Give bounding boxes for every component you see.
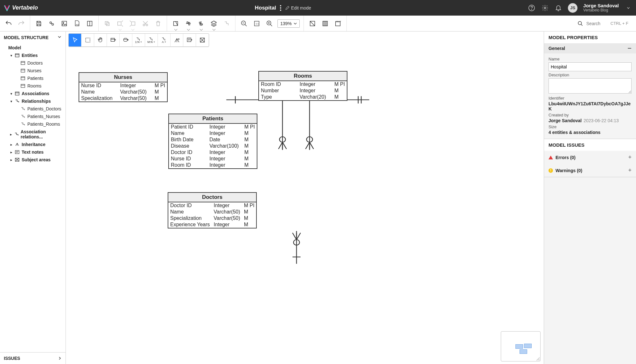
entity-attribute-row[interactable]: Nurse IDIntegerM: [169, 156, 257, 162]
cut-button[interactable]: [141, 19, 150, 28]
tool-add-entity[interactable]: [107, 34, 120, 46]
pdf-export-button[interactable]: PDF: [72, 19, 82, 28]
tree-entity-item[interactable]: Nurses: [0, 67, 66, 74]
tool-add-assoc-rel[interactable]: A +: [158, 34, 171, 46]
undo-button[interactable]: [4, 19, 13, 28]
tree-assoc-relations[interactable]: ▸Association relations...: [0, 128, 66, 141]
view-mode-2-button[interactable]: [320, 19, 330, 28]
image-export-button[interactable]: [59, 19, 69, 28]
user-menu-chevron[interactable]: [625, 4, 632, 12]
entity-attribute-row[interactable]: SpecializationVarchar(50)M: [79, 95, 167, 102]
tree-entities[interactable]: ▾Entities: [0, 52, 66, 59]
zoom-level-dropdown[interactable]: 139%: [277, 19, 300, 28]
sidebar-collapse-button[interactable]: [57, 35, 62, 40]
svg-rect-62: [123, 38, 127, 41]
entity-attribute-row[interactable]: NumberIntegerM: [259, 88, 347, 94]
zoom-in-button[interactable]: [265, 19, 274, 28]
align-h-button[interactable]: [184, 19, 193, 28]
zoom-100-button[interactable]: 1:1: [252, 19, 262, 28]
svg-line-40: [581, 24, 583, 26]
layers-button[interactable]: [209, 19, 219, 28]
tree-root-model[interactable]: Model: [0, 44, 66, 52]
entity-patients[interactable]: Patients Patient IDIntegerM PINameIntege…: [168, 114, 257, 169]
entity-attribute-row[interactable]: Birth DateDateM: [169, 136, 257, 143]
copy-button[interactable]: [102, 19, 112, 28]
tool-select[interactable]: [69, 34, 81, 46]
edit-mode-toggle[interactable]: Edit mode: [285, 5, 311, 10]
issues-warnings-row[interactable]: !Warnings (0) +: [544, 164, 636, 177]
gear-icon[interactable]: [541, 4, 549, 12]
save-button[interactable]: [34, 19, 44, 28]
props-size-value: 4 entities & associations: [549, 130, 632, 135]
entity-attribute-row[interactable]: Nurse IDIntegerM PI: [79, 82, 167, 89]
minimap-resize-handle[interactable]: [536, 357, 540, 360]
entity-doctors[interactable]: Doctors Doctor IDIntegerM PINameVarchar(…: [168, 192, 257, 228]
tool-add-1n-rel[interactable]: 1:N +: [132, 34, 145, 46]
fit-button[interactable]: [171, 19, 180, 28]
tree-associations[interactable]: ▾Associations: [0, 90, 66, 97]
delete-button[interactable]: [153, 19, 163, 28]
diagram-canvas[interactable]: 1:N + M:N + A +: [66, 32, 544, 364]
tree-relationships[interactable]: ▾Relationships: [0, 97, 66, 105]
tool-add-note[interactable]: [183, 34, 196, 46]
tool-add-mn-rel[interactable]: M:N +: [145, 34, 158, 46]
tree-entity-item[interactable]: Doctors: [0, 59, 66, 67]
props-name-input[interactable]: [549, 62, 632, 71]
svg-rect-12: [118, 22, 121, 25]
entity-attribute-row[interactable]: NameVarchar(50)M: [79, 89, 167, 95]
entity-attribute-row[interactable]: TypeVarchar(20)M: [259, 94, 347, 100]
zoom-level-value: 139%: [280, 21, 292, 26]
entity-attribute-row[interactable]: Patient IDIntegerM PI: [169, 124, 257, 130]
issues-errors-row[interactable]: Errors (0) +: [544, 151, 636, 164]
entity-attribute-row[interactable]: Experience YearsIntegerM: [168, 221, 256, 228]
tool-marquee[interactable]: [81, 34, 94, 46]
tool-add-inheritance[interactable]: [171, 34, 183, 46]
connector-button[interactable]: [222, 19, 231, 28]
model-title: Hospital: [255, 5, 276, 11]
view-mode-3-button[interactable]: [333, 19, 343, 28]
entity-nurses[interactable]: Nurses Nurse IDIntegerM PINameVarchar(50…: [79, 72, 168, 102]
tool-add-association[interactable]: [120, 34, 132, 46]
search-input[interactable]: [586, 21, 608, 26]
group-button[interactable]: [115, 19, 125, 28]
entity-attribute-row[interactable]: Doctor IDIntegerM: [169, 149, 257, 156]
tree-subject-areas[interactable]: ▸Subject areas: [0, 156, 66, 164]
zoom-out-button[interactable]: [239, 19, 249, 28]
entity-attribute-row[interactable]: DiseaseVarchar(100)M: [169, 143, 257, 149]
minimap[interactable]: [501, 331, 541, 361]
tree-inheritance[interactable]: ▸Inheritance: [0, 141, 66, 148]
tool-add-area[interactable]: [196, 34, 209, 46]
help-icon[interactable]: [528, 4, 535, 12]
share-button[interactable]: [47, 19, 56, 28]
tree-relationship-item[interactable]: Patients_Doctors: [0, 105, 66, 113]
props-general-toggle[interactable]: General −: [544, 43, 636, 53]
model-menu-button[interactable]: [280, 5, 281, 11]
expand-icon: +: [628, 167, 632, 174]
panel-toggle-button[interactable]: [85, 19, 94, 28]
tree-relationship-item[interactable]: Patients_Nurses: [0, 113, 66, 120]
tree-text-notes[interactable]: ▸Text notes: [0, 148, 66, 156]
svg-rect-38: [335, 22, 340, 26]
entity-attribute-row[interactable]: SpecializationVarchar(50)M: [168, 215, 256, 221]
props-size-label: Size: [549, 124, 632, 129]
entity-attribute-row[interactable]: NameVarchar(50)M: [168, 209, 256, 215]
sidebar-issues-toggle[interactable]: ISSUES: [0, 352, 66, 364]
entity-attribute-row[interactable]: Room IDIntegerM: [169, 162, 257, 168]
tree-entity-item[interactable]: Rooms: [0, 82, 66, 90]
tree-entity-item[interactable]: Patients: [0, 74, 66, 82]
ungroup-button[interactable]: [128, 19, 137, 28]
svg-rect-51: [15, 92, 19, 95]
tool-pan[interactable]: [94, 34, 107, 46]
redo-button[interactable]: [17, 19, 26, 28]
align-v-button[interactable]: [196, 19, 206, 28]
entity-attribute-row[interactable]: NameIntegerM: [169, 130, 257, 136]
entity-rooms[interactable]: Rooms Room IDIntegerM PINumberIntegerMTy…: [258, 71, 347, 101]
entity-attribute-row[interactable]: Doctor IDIntegerM PI: [168, 202, 256, 209]
app-logo[interactable]: Vertabelo: [4, 4, 38, 11]
avatar[interactable]: JS: [568, 3, 577, 13]
view-mode-1-button[interactable]: [308, 19, 317, 28]
entity-attribute-row[interactable]: Room IDIntegerM PI: [259, 81, 347, 88]
props-desc-input[interactable]: [549, 78, 632, 94]
tree-relationship-item[interactable]: Patients_Rooms: [0, 120, 66, 128]
bell-icon[interactable]: [555, 4, 562, 12]
